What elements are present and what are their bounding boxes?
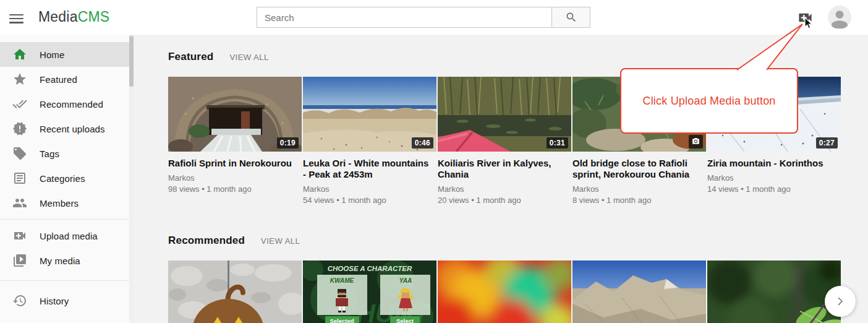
video-thumbnail[interactable]: 0:31 <box>438 77 571 152</box>
tag-icon <box>12 146 27 161</box>
view-all-link[interactable]: VIEW ALL <box>261 236 300 246</box>
video-thumbnail[interactable]: 0:46 <box>303 77 436 152</box>
card-row: HUNTCHOOSE A CHARACTERKWAMEYAASelectedSe… <box>168 261 868 323</box>
sidebar-item-label: Categories <box>40 173 85 184</box>
sidebar-scrollbar-thumb[interactable] <box>129 36 134 87</box>
media-card: 0:46Leuka Ori - White mountains - Peak a… <box>303 77 436 206</box>
upload-media-button[interactable] <box>797 9 814 26</box>
duration-badge: 0:19 <box>277 137 299 149</box>
thumbnail-image <box>438 261 571 323</box>
media-card <box>572 261 706 323</box>
video-title[interactable]: Rafioli Sprint in Nerokourou <box>168 158 302 169</box>
video-thumbnail[interactable] <box>168 261 302 323</box>
sidebar-scrollbar-track <box>129 35 134 323</box>
photo-type-badge <box>689 135 703 149</box>
annotation-text: Click Upload Media button <box>642 95 775 108</box>
video-title[interactable]: Old bridge close to Rafioli sprint, Nero… <box>572 158 706 180</box>
upload-media-icon <box>797 9 814 26</box>
media-card: HUNTCHOOSE A CHARACTERKWAMEYAASelectedSe… <box>303 261 436 323</box>
thumbnail-image <box>707 261 841 323</box>
hamburger-menu-icon[interactable] <box>9 11 24 24</box>
chevron-right-icon <box>833 294 848 309</box>
carousel-next-button[interactable] <box>825 286 856 317</box>
search-bar <box>257 7 590 28</box>
mediacms-app: MediaCMS HomeFeaturedRecommendedRecent u… <box>0 0 868 323</box>
person-icon <box>830 9 849 28</box>
sidebar-item-members[interactable]: Members <box>0 191 134 215</box>
my-media-icon <box>12 253 27 268</box>
sidebar-item-categories[interactable]: Categories <box>0 166 134 191</box>
video-title[interactable]: Koiliaris River in Kalyves, Chania <box>438 158 571 180</box>
video-title[interactable]: Leuka Ori - White mountains - Peak at 24… <box>303 158 436 180</box>
sidebar: HomeFeaturedRecommendedRecent uploadsTag… <box>0 35 134 323</box>
section-header: RecommendedVIEW ALL <box>168 235 868 247</box>
media-card <box>168 261 302 323</box>
history-icon <box>12 293 27 308</box>
sidebar-item-upload-media[interactable]: Upload media <box>0 223 134 248</box>
game-select-button: Select <box>396 317 414 323</box>
video-meta: 14 views • 1 month ago <box>707 184 841 195</box>
sidebar-item-label: Tags <box>40 149 59 159</box>
view-all-link[interactable]: VIEW ALL <box>229 53 268 62</box>
search-button[interactable] <box>551 7 590 28</box>
sidebar-item-tags[interactable]: Tags <box>0 141 134 166</box>
duration-badge: 0:31 <box>547 137 568 149</box>
duration-badge: 0:27 <box>816 137 838 149</box>
sidebar-item-label: History <box>40 296 69 306</box>
video-author[interactable]: Markos <box>707 173 841 184</box>
sidebar-item-recent-uploads[interactable]: Recent uploads <box>0 116 134 141</box>
video-author[interactable]: Markos <box>572 184 706 195</box>
duration-badge: 0:46 <box>412 137 433 149</box>
media-card: 0:19Rafioli Sprint in NerokourouMarkos98… <box>168 77 302 206</box>
thumbnail-image <box>168 261 302 323</box>
search-icon <box>565 11 577 24</box>
media-card <box>438 261 571 323</box>
game-character-name: KWAME <box>330 277 354 284</box>
search-input[interactable] <box>257 7 552 28</box>
top-bar: MediaCMS <box>0 0 868 35</box>
sidebar-item-home[interactable]: Home <box>0 42 134 67</box>
video-thumbnail[interactable] <box>572 261 706 323</box>
sidebar-divider <box>0 219 134 220</box>
section-title: Featured <box>168 51 213 63</box>
app-logo[interactable]: MediaCMS <box>38 9 109 25</box>
video-author[interactable]: Markos <box>168 173 302 184</box>
video-thumbnail[interactable] <box>438 261 571 323</box>
sidebar-item-label: Recommended <box>40 99 103 110</box>
section-title: Recommended <box>168 235 245 247</box>
game-selected-button: Selected <box>330 317 354 323</box>
video-thumbnail[interactable] <box>707 261 841 323</box>
sidebar-item-label: Home <box>40 50 64 60</box>
annotation-callout: Click Upload Media button <box>620 68 798 134</box>
game-character-name: YAA <box>399 277 412 284</box>
video-meta: 54 views • 1 month ago <box>303 195 436 206</box>
new-releases-icon <box>12 121 27 136</box>
sidebar-item-my-media[interactable]: My media <box>0 248 134 273</box>
video-meta: 8 views • 1 month ago <box>572 195 706 206</box>
upload-media-icon <box>12 228 27 243</box>
sidebar-item-label: My media <box>40 256 80 266</box>
star-icon <box>12 72 27 87</box>
user-avatar[interactable] <box>828 6 851 29</box>
sidebar-item-featured[interactable]: Featured <box>0 67 134 92</box>
sidebar-item-label: Featured <box>40 74 77 85</box>
video-title[interactable]: Ziria mountain - Korinthos <box>707 158 841 169</box>
sidebar-item-history[interactable]: History <box>0 288 134 313</box>
section-recommended: RecommendedVIEW ALLHUNTCHOOSE A CHARACTE… <box>168 235 868 323</box>
logo-text-media: Media <box>38 9 78 25</box>
sidebar-divider <box>0 280 134 281</box>
logo-text-cms: CMS <box>78 9 110 25</box>
thumbnail-image <box>572 261 706 323</box>
video-thumbnail[interactable]: HUNTCHOOSE A CHARACTERKWAMEYAASelectedSe… <box>303 261 436 323</box>
done-all-icon <box>12 97 27 111</box>
video-author[interactable]: Markos <box>303 184 436 195</box>
section-header: FeaturedVIEW ALL <box>168 51 868 63</box>
game-title: CHOOSE A CHARACTER <box>328 265 412 272</box>
sidebar-item-recommended[interactable]: Recommended <box>0 92 134 116</box>
media-card: 0:31Koiliaris River in Kalyves, ChaniaMa… <box>438 77 571 206</box>
video-thumbnail[interactable]: 0:19 <box>168 77 302 152</box>
photo-camera-icon <box>692 137 700 145</box>
categories-icon <box>12 171 27 186</box>
video-author[interactable]: Markos <box>438 184 571 195</box>
sidebar-item-label: Recent uploads <box>40 124 105 134</box>
